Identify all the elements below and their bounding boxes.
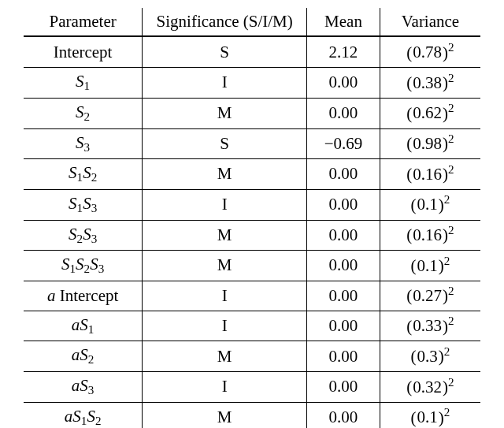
- cell-mean: 0.00: [307, 189, 380, 220]
- cell-mean: 0.00: [307, 281, 380, 311]
- cell-variance: (0.1)2: [380, 251, 480, 281]
- cell-parameter: S1S2S3: [24, 251, 143, 281]
- cell-mean: 0.00: [307, 402, 380, 428]
- cell-mean: 0.00: [307, 372, 380, 403]
- table-row: S1S2 M 0.00 (0.16)2: [24, 159, 480, 190]
- cell-parameter: S2: [24, 98, 143, 128]
- cell-significance: M: [143, 220, 307, 251]
- parameter-table: Parameter Significance (S/I/M) Mean Vari…: [24, 8, 480, 428]
- table-row: a Intercept I 0.00 (0.27)2: [24, 281, 480, 311]
- cell-parameter: S3: [24, 128, 143, 159]
- cell-variance: (0.33)2: [380, 311, 480, 341]
- cell-parameter: aS3: [24, 372, 143, 403]
- table-row: Intercept S 2.12 (0.78)2: [24, 37, 480, 68]
- cell-variance: (0.16)2: [380, 159, 480, 190]
- table-row: S2S3 M 0.00 (0.16)2: [24, 220, 480, 251]
- cell-significance: I: [143, 68, 307, 99]
- cell-mean: 0.00: [307, 68, 380, 99]
- cell-variance: (0.78)2: [380, 37, 480, 68]
- cell-significance: I: [143, 372, 307, 403]
- cell-variance: (0.62)2: [380, 98, 480, 128]
- cell-parameter: aS1S2: [24, 402, 143, 428]
- cell-parameter: aS2: [24, 341, 143, 372]
- cell-parameter: S2S3: [24, 220, 143, 251]
- table-header-row: Parameter Significance (S/I/M) Mean Vari…: [24, 8, 480, 36]
- cell-parameter: Intercept: [24, 37, 143, 68]
- cell-variance: (0.16)2: [380, 220, 480, 251]
- cell-significance: I: [143, 311, 307, 341]
- cell-significance: I: [143, 189, 307, 220]
- cell-significance: M: [143, 98, 307, 128]
- table-row: aS2 M 0.00 (0.3)2: [24, 341, 480, 372]
- cell-variance: (0.3)2: [380, 341, 480, 372]
- cell-parameter: S1S3: [24, 189, 143, 220]
- cell-parameter: S1S2: [24, 159, 143, 190]
- table-row: aS3 I 0.00 (0.32)2: [24, 372, 480, 403]
- cell-mean: 0.00: [307, 311, 380, 341]
- table-row: aS1S2 M 0.00 (0.1)2: [24, 402, 480, 428]
- cell-variance: (0.27)2: [380, 281, 480, 311]
- table-row: S2 M 0.00 (0.62)2: [24, 98, 480, 128]
- cell-parameter: S1: [24, 68, 143, 99]
- cell-significance: S: [143, 128, 307, 159]
- cell-parameter: a Intercept: [24, 281, 143, 311]
- cell-significance: I: [143, 281, 307, 311]
- cell-mean: 0.00: [307, 159, 380, 190]
- cell-significance: M: [143, 159, 307, 190]
- cell-mean: 0.00: [307, 341, 380, 372]
- cell-variance: (0.32)2: [380, 372, 480, 403]
- col-variance: Variance: [380, 8, 480, 36]
- cell-significance: M: [143, 341, 307, 372]
- cell-mean: 0.00: [307, 98, 380, 128]
- table-row: S1S3 I 0.00 (0.1)2: [24, 189, 480, 220]
- cell-significance: S: [143, 37, 307, 68]
- col-mean: Mean: [307, 8, 380, 36]
- col-parameter: Parameter: [24, 8, 143, 36]
- cell-mean: 2.12: [307, 37, 380, 68]
- cell-variance: (0.98)2: [380, 128, 480, 159]
- cell-variance: (0.38)2: [380, 68, 480, 99]
- cell-mean: 0.00: [307, 220, 380, 251]
- col-significance: Significance (S/I/M): [143, 8, 307, 36]
- table-row: S3 S 0.69 (0.98)2: [24, 128, 480, 159]
- cell-significance: M: [143, 251, 307, 281]
- cell-mean: 0.00: [307, 251, 380, 281]
- cell-significance: M: [143, 402, 307, 428]
- cell-mean: 0.69: [307, 128, 380, 159]
- table-row: aS1 I 0.00 (0.33)2: [24, 311, 480, 341]
- cell-variance: (0.1)2: [380, 402, 480, 428]
- table-row: S1S2S3 M 0.00 (0.1)2: [24, 251, 480, 281]
- table-row: S1 I 0.00 (0.38)2: [24, 68, 480, 99]
- cell-parameter: aS1: [24, 311, 143, 341]
- cell-variance: (0.1)2: [380, 189, 480, 220]
